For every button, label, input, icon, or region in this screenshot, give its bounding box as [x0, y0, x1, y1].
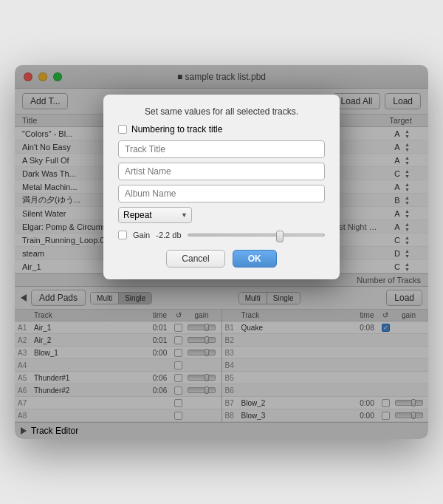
album-input[interactable]: [118, 185, 325, 202]
modal-buttons: Cancel OK: [118, 250, 325, 268]
numbering-row: Numbering to track title: [118, 124, 325, 134]
modal-overlay: Set same values for all selected tracks.…: [15, 65, 428, 439]
repeat-select[interactable]: Repeat No Repeat Loop: [118, 207, 192, 223]
numbering-checkbox[interactable]: [118, 125, 127, 134]
gain-value: -2.2 db: [156, 231, 181, 239]
track-title-input[interactable]: [118, 140, 325, 158]
gain-slider-track: [188, 234, 326, 236]
cancel-button[interactable]: Cancel: [166, 250, 224, 268]
modal-title: Set same values for all selected tracks.: [118, 106, 325, 117]
artist-input[interactable]: [118, 163, 325, 180]
main-window: ■ sample track list.pbd Add T... Load Al…: [15, 65, 428, 439]
gain-label: Gain: [133, 231, 150, 239]
numbering-label: Numbering to track title: [131, 124, 222, 134]
gain-slider-thumb[interactable]: [276, 231, 284, 242]
repeat-row: Repeat No Repeat Loop ▼: [118, 207, 325, 223]
repeat-select-wrapper: Repeat No Repeat Loop ▼: [118, 207, 192, 223]
modal-dialog: Set same values for all selected tracks.…: [103, 95, 340, 279]
gain-slider-container[interactable]: [188, 229, 326, 241]
gain-row: Gain -2.2 db: [118, 229, 325, 241]
gain-checkbox[interactable]: [118, 231, 127, 239]
ok-button[interactable]: OK: [233, 250, 277, 268]
